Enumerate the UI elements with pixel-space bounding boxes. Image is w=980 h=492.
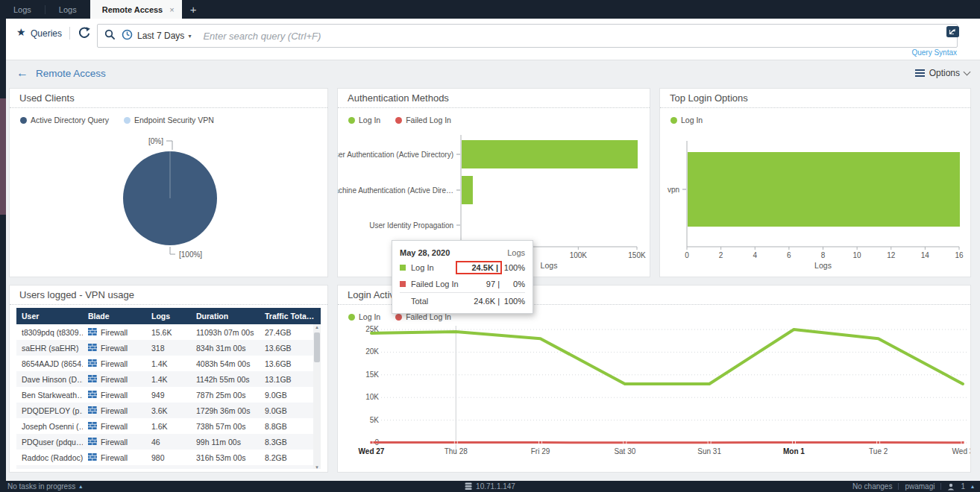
tooltip-header: May 28, 2020 Logs (400, 246, 525, 259)
x-axis-label: Logs (814, 261, 832, 270)
line-series-log-in[interactable] (371, 329, 963, 384)
legend-item-log-in[interactable]: Log In (348, 116, 380, 124)
blade-label: Firewall (101, 453, 128, 462)
panel-used-clients: Used Clients Active Directory QueryEndpo… (9, 88, 328, 277)
bar-user-authentication-active-directory[interactable] (462, 140, 638, 168)
column-header-traffic-tota[interactable]: Traffic Tota…▲ (260, 312, 315, 321)
blade-label: Firewall (101, 406, 128, 415)
data-point-failed-log-in[interactable] (961, 441, 964, 444)
username: pwamagi (905, 482, 935, 491)
data-point-failed-log-in[interactable] (624, 441, 626, 444)
search-input[interactable] (201, 30, 957, 42)
column-header-duration[interactable]: Duration (191, 312, 260, 321)
chart-legend: Log InFailed Log In (348, 116, 451, 124)
x-tick-label: 6 (787, 251, 791, 259)
queries-button[interactable]: Queries (31, 28, 62, 39)
data-point-failed-log-in[interactable] (877, 441, 880, 444)
data-point-failed-log-in[interactable] (454, 441, 457, 444)
scrollbar-thumb[interactable] (314, 332, 320, 362)
tasks-status[interactable]: No tasks in progress ▴ (7, 482, 82, 491)
table-row[interactable]: Dave Hinson (D…Firewall1.4K1142h 55m 00s… (16, 371, 321, 387)
search-box[interactable]: Last 7 Days ▾ (97, 24, 958, 48)
server-info: 10.71.1.147 (465, 482, 515, 491)
legend-item-log-in[interactable]: Log In (348, 312, 380, 321)
column-header-user[interactable]: User (16, 312, 83, 321)
table-body: t8309pdq (t8309…Firewall15.6K11093h 07m … (16, 324, 321, 469)
blade-label: Firewall (101, 344, 128, 353)
chart-legend: Active Directory QueryEndpoint Security … (20, 116, 214, 124)
tab-logs-2[interactable]: Logs (45, 0, 90, 19)
x-tick-label: Mon 1 (783, 447, 805, 455)
table-row[interactable]: t8309pdq (t8309…Firewall15.6K11093h 07m … (16, 324, 321, 340)
legend-label: Failed Log In (406, 116, 451, 124)
blade-label: Firewall (101, 375, 128, 384)
tab-logs-1[interactable]: Logs (0, 0, 45, 19)
y-tick-label: 20K (365, 347, 379, 356)
column-header-label: User (22, 312, 39, 321)
tab-label: Remote Access (102, 5, 163, 14)
cell-duration: 834h 31m 00s (191, 344, 260, 353)
close-tab-icon[interactable]: × (169, 5, 174, 14)
table-row[interactable]: Joseph Osenni (…Firewall1.6K738h 57m 00s… (16, 418, 321, 434)
x-axis-label: Logs (541, 261, 558, 270)
x-tick-label: 0 (685, 251, 689, 259)
scroll-up-icon[interactable]: ▲ (313, 325, 321, 329)
x-tick-label: Wed 27 (359, 447, 385, 455)
firewall-blade-icon (88, 391, 97, 400)
firewall-blade-icon (88, 359, 97, 368)
legend-dot (348, 314, 355, 321)
cell-duration: 4083h 54m 00s (191, 359, 260, 368)
data-point-failed-log-in[interactable] (370, 441, 373, 444)
sessions-count[interactable]: 1 (961, 482, 965, 491)
table-row[interactable]: PDQDEPLOY (p…Firewall3.6K1729h 36m 00s9.… (16, 403, 321, 418)
column-header-blade[interactable]: Blade (83, 312, 146, 321)
data-point-failed-log-in[interactable] (708, 441, 711, 444)
data-point-failed-log-in[interactable] (539, 441, 542, 444)
x-tick-label: 4 (753, 251, 757, 259)
table-row[interactable]: 8654AAJD (8654…Firewall1.4K4083h 54m 00s… (16, 356, 321, 371)
cell-blade: Firewall (83, 406, 146, 415)
legend-item-log-in[interactable]: Log In (670, 116, 703, 124)
bar-machine-authentication-active-dire[interactable] (462, 176, 473, 204)
cell-duration: 11093h 07m 00s (191, 328, 260, 337)
rail-accent (0, 98, 6, 215)
time-range-dropdown[interactable]: Last 7 Days ▾ (137, 31, 191, 41)
page-title: Remote Access (36, 68, 106, 79)
legend-item-endpoint-security-vpn[interactable]: Endpoint Security VPN (124, 116, 214, 124)
table-row[interactable]: 8654AAJD (8654…Firewall414345h 53m 00s8.… (16, 465, 321, 469)
cell-traffic: 13.6GB (260, 344, 315, 353)
tooltip-row-failed-login: Failed Log In 97 | 0% (400, 276, 525, 292)
data-point-failed-log-in[interactable] (792, 441, 795, 444)
tab-remote-access[interactable]: Remote Access × (90, 0, 182, 19)
users-table: UserBladeLogsDurationTraffic Tota…▲ t830… (16, 308, 321, 469)
panel-users-logged: Users logged - VPN usage UserBladeLogsDu… (9, 285, 328, 473)
new-tab-button[interactable]: + (182, 0, 205, 19)
cell-duration: 787h 25m 00s (191, 391, 260, 400)
changes-status: No changes (852, 482, 892, 491)
table-row[interactable]: Raddoc (Raddoc)Firewall980316h 53m 00s8.… (16, 450, 321, 465)
table-row[interactable]: saEHR (saEHR)Firewall318834h 31m 00s13.6… (16, 340, 321, 356)
back-arrow-icon[interactable]: ← (16, 66, 28, 81)
popout-window-icon[interactable] (946, 25, 960, 38)
options-button[interactable]: Options (915, 68, 970, 78)
server-icon (465, 482, 472, 491)
legend-item-failed-log-in[interactable]: Failed Log In (395, 116, 451, 124)
category-label: vpn (668, 186, 679, 194)
cell-user: Ben Starkweath… (16, 391, 83, 400)
legend-item-active-directory-query[interactable]: Active Directory Query (20, 116, 109, 124)
queries-star-icon[interactable]: ★ (16, 26, 26, 38)
time-range-clock-icon (122, 29, 133, 43)
cell-traffic: 13.1GB (260, 375, 315, 384)
scroll-down-icon[interactable]: ▼ (313, 465, 321, 469)
query-syntax-link[interactable]: Query Syntax (911, 48, 957, 57)
table-row[interactable]: Ben Starkweath…Firewall949787h 25m 00s9.… (16, 387, 321, 403)
chevron-down-icon (964, 69, 971, 76)
x-tick-label: 150K (628, 251, 646, 259)
refresh-icon[interactable] (78, 26, 91, 40)
bar-vpn[interactable] (688, 152, 960, 227)
caret-up-icon: ▴ (79, 483, 82, 490)
table-scrollbar[interactable]: ▲▼ (313, 324, 321, 469)
column-header-logs[interactable]: Logs (146, 312, 191, 321)
cell-duration: 1142h 55m 00s (191, 375, 260, 384)
table-row[interactable]: PDQuser (pdqu…Firewall4699h 11m 00s8.3GB (16, 434, 321, 450)
